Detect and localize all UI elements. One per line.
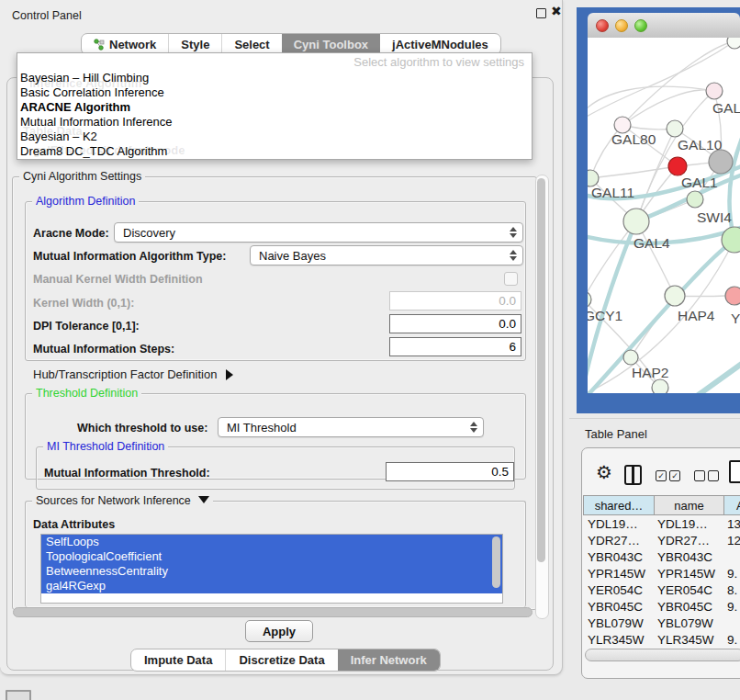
tab-infer-network[interactable]: Infer Network [338,649,440,671]
data-attributes-list[interactable]: SelfLoopsTopologicalCoefficientBetweenne… [40,534,503,604]
mi-steps-input[interactable]: 6 [389,337,521,356]
table-cell: YBR043C [655,550,724,564]
attribute-item[interactable]: TopologicalCoefficient [41,549,502,564]
network-node[interactable] [706,83,723,99]
table-cell: YDL19… [655,517,724,531]
network-node[interactable] [727,38,740,49]
network-node-label: GAL10 [678,137,723,152]
table-cell: YPR145W [655,567,724,581]
mi-algorithm-type-label: Mutual Information Algorithm Type: [33,250,226,263]
mi-algorithm-type-select[interactable]: Naive Bayes [250,245,523,265]
column-header-shared-name[interactable]: shared… [583,495,655,515]
minimized-panel-icon[interactable] [6,690,31,700]
tab-network[interactable]: Network [82,34,168,54]
tab-discretize-data[interactable]: Discretize Data [225,649,337,671]
sources-group-title[interactable]: Sources for Network Inference [32,494,213,507]
table-header-row: shared… name A [583,495,740,515]
network-node-label: GAL [712,100,740,116]
hub-definition-toggle[interactable]: Hub/Transcription Factor Definition [33,367,233,381]
attribute-item[interactable]: gal4RGexp [41,579,502,593]
algorithm-option[interactable]: Basic Correlation Inference [20,85,529,100]
network-canvas[interactable]: GALGAL80GAL10GAL1GAL11SWI4GAL4GCY1HAP4YH… [588,38,740,393]
column-header-name[interactable]: name [655,495,724,515]
close-traffic-light[interactable] [596,19,609,32]
table-cell: YLR345W [655,633,724,647]
split-panel-icon[interactable] [624,465,642,485]
algorithm-option[interactable]: ARACNE Algorithm [20,100,529,115]
table-body: YDL19…YDL19…13YDR27…YDR27…12YBR043CYBR04… [583,515,740,664]
network-node[interactable] [588,291,591,308]
gear-icon[interactable]: ⚙ [596,463,612,481]
expanded-arrow-icon [198,496,209,503]
network-node-label: SWI4 [697,209,732,225]
network-node-label: GCY1 [588,308,622,323]
unchecked-checkbox-icon[interactable] [694,470,705,481]
dpi-tolerance-input[interactable]: 0.0 [389,314,521,333]
which-threshold-select[interactable]: MI Threshold [218,417,484,437]
mi-threshold-definition-title: MI Threshold Definition [43,440,168,453]
table-cell: YDL19… [583,517,655,531]
algorithm-option[interactable]: Dream8 DC_TDC Algorithm [20,144,529,159]
column-header-third[interactable]: A [724,495,740,515]
minimize-traffic-light[interactable] [615,19,628,32]
tab-style[interactable]: Style [168,34,221,54]
aracne-mode-select[interactable]: Discovery [114,222,523,243]
algorithm-option[interactable]: Mutual Information Inference [20,115,529,130]
kernel-width-input[interactable]: 0.0 [389,291,521,310]
network-node[interactable] [709,150,733,174]
float-window-button[interactable] [536,8,546,18]
network-node-label: GAL4 [633,235,670,251]
network-node-label: GAL1 [681,175,718,190]
network-canvas-svg: GALGAL80GAL10GAL1GAL11SWI4GAL4GCY1HAP4YH… [588,38,740,393]
table-row[interactable]: YBR045CYBR045C9. [583,598,740,615]
mi-steps-label: Mutual Information Steps: [33,343,174,356]
unchecked-checkbox-icon[interactable] [708,470,719,481]
manual-kernel-width-checkbox[interactable] [504,272,518,286]
checked-checkbox-icon[interactable]: ✓ [669,470,680,481]
tab-impute-data[interactable]: Impute Data [131,649,225,671]
table-row[interactable]: YBL079WYBL079W [583,615,740,631]
dpi-tolerance-label: DPI Tolerance [0,1]: [33,320,140,333]
list-scrollbar[interactable] [492,536,500,588]
network-node[interactable] [665,286,685,306]
scrollbar-thumb[interactable] [13,607,533,617]
network-node[interactable] [725,287,740,305]
attribute-item[interactable]: SelfLoops [41,535,502,549]
table-row[interactable]: YER054CYER054C8. [583,581,740,598]
attribute-item[interactable]: BetweennessCentrality [41,564,502,579]
tab-cyni-toolbox[interactable]: Cyni Toolbox [282,34,380,54]
network-node[interactable] [668,157,687,175]
network-window-titlebar[interactable] [588,13,740,39]
network-view-window: GALGAL80GAL10GAL1GAL11SWI4GAL4GCY1HAP4YH… [577,7,740,413]
network-node[interactable] [652,379,668,393]
apply-button[interactable]: Apply [245,620,313,642]
checked-checkbox-icon[interactable]: ✓ [656,470,667,481]
settings-vertical-scrollbar[interactable] [535,175,549,619]
algorithm-option[interactable]: Bayesian – K2 [20,130,529,144]
table-row[interactable]: YDL19…YDL19…13 [583,515,740,532]
scrollbar-thumb[interactable] [537,178,545,562]
table-cell: YBR043C [583,550,655,564]
zoom-traffic-light[interactable] [634,19,647,32]
algorithm-dropdown-list: Bayesian – Hill ClimbingBasic Correlatio… [20,71,529,159]
tab-jactivemnodules[interactable]: jActiveMNodules [380,34,500,54]
network-node[interactable] [623,209,649,234]
table-row[interactable]: YLR345WYLR345W9. [583,631,740,648]
network-node[interactable] [667,120,683,137]
table-row[interactable]: YDR27…YDR27…12 [583,532,740,548]
network-node[interactable] [687,191,703,208]
document-icon[interactable] [729,460,740,483]
network-node[interactable] [623,350,638,365]
algorithm-option[interactable]: Bayesian – Hill Climbing [20,71,529,85]
tab-select[interactable]: Select [221,34,281,54]
mi-threshold-label: Mutual Information Threshold: [44,467,210,480]
table-horizontal-scrollbar[interactable] [585,649,740,661]
settings-horizontal-scrollbar[interactable] [13,607,533,617]
which-threshold-value: MI Threshold [227,421,297,435]
table-row[interactable]: YPR145WYPR145W9. [583,565,740,581]
table-cell: 8. [724,583,740,597]
table-row[interactable]: YBR043CYBR043C [583,548,740,565]
mi-threshold-input[interactable]: 0.5 [386,462,514,481]
network-node-label: HAP2 [632,365,669,380]
close-panel-button[interactable]: ✖ [551,4,562,18]
